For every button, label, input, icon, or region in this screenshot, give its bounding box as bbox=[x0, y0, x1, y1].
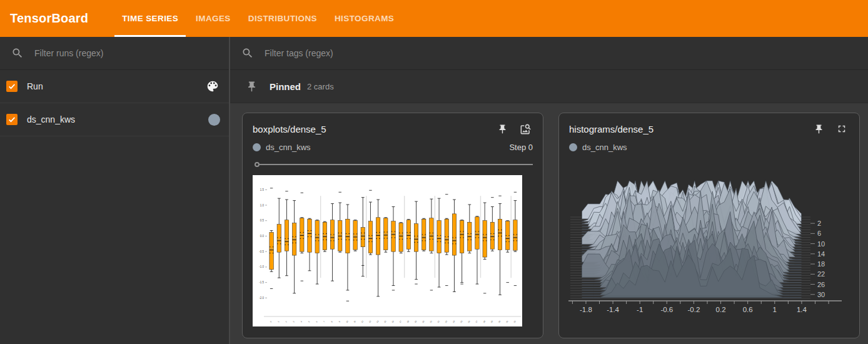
tab-distributions[interactable]: DISTRIBUTIONS bbox=[241, 0, 325, 37]
svg-text:-1.5: -1.5 bbox=[259, 281, 264, 284]
step-slider-knob[interactable] bbox=[255, 162, 260, 167]
svg-text:18: 18 bbox=[406, 320, 410, 323]
top-app-bar: TensorBoard TIME SERIES IMAGES DISTRIBUT… bbox=[0, 0, 868, 37]
boxplot-chart: 1.51.00.50.0-0.5-1.0-1.5-2.0012345678910… bbox=[253, 175, 522, 326]
card-title: histograms/dense_5 bbox=[569, 124, 803, 134]
pin-icon bbox=[497, 124, 508, 134]
unpin-button[interactable] bbox=[811, 121, 826, 136]
run-color-dot bbox=[569, 143, 577, 151]
svg-text:1: 1 bbox=[277, 320, 280, 323]
svg-text:4: 4 bbox=[300, 320, 303, 323]
svg-text:16: 16 bbox=[391, 320, 395, 323]
svg-text:0.6: 0.6 bbox=[743, 306, 753, 313]
card-histograms-dense-5: histograms/dense_5 ds_cnn_kws 2610141 bbox=[558, 113, 860, 338]
step-slider bbox=[253, 160, 533, 169]
image-search-button[interactable] bbox=[518, 121, 533, 136]
unpin-button[interactable] bbox=[495, 121, 510, 136]
svg-text:22: 22 bbox=[817, 270, 825, 278]
run-color-dot bbox=[253, 143, 261, 151]
run-name: ds_cnn_kws bbox=[582, 143, 849, 152]
svg-text:17: 17 bbox=[399, 320, 402, 323]
svg-text:0.5: 0.5 bbox=[260, 219, 265, 222]
svg-text:6: 6 bbox=[817, 230, 821, 237]
svg-text:-0.5: -0.5 bbox=[259, 250, 264, 253]
svg-text:21: 21 bbox=[429, 320, 432, 323]
svg-text:-1.8: -1.8 bbox=[580, 306, 592, 313]
svg-text:10: 10 bbox=[817, 240, 825, 248]
tab-time-series[interactable]: TIME SERIES bbox=[114, 0, 186, 37]
run-row-run[interactable]: Run bbox=[0, 70, 229, 103]
svg-text:-1.4: -1.4 bbox=[607, 306, 619, 313]
svg-text:5: 5 bbox=[308, 320, 310, 323]
run-row-ds-cnn-kws[interactable]: ds_cnn_kws bbox=[0, 103, 229, 136]
image-search-icon bbox=[520, 123, 532, 135]
svg-text:10: 10 bbox=[345, 320, 348, 323]
run-label: ds_cnn_kws bbox=[27, 114, 208, 124]
step-slider-track[interactable] bbox=[260, 164, 533, 165]
svg-text:1.0: 1.0 bbox=[260, 204, 265, 207]
svg-text:26: 26 bbox=[467, 320, 470, 323]
pinned-cards-area: boxplots/dense_5 ds_cnn_kws Step 0 bbox=[230, 103, 868, 344]
svg-text:1: 1 bbox=[773, 306, 777, 313]
tab-images[interactable]: IMAGES bbox=[188, 0, 238, 37]
svg-text:27: 27 bbox=[475, 320, 478, 323]
run-name: ds_cnn_kws bbox=[266, 143, 509, 152]
svg-text:-1.0: -1.0 bbox=[259, 265, 264, 268]
tags-filter-row bbox=[230, 37, 868, 70]
run-label: Run bbox=[27, 81, 197, 91]
svg-text:19: 19 bbox=[414, 320, 417, 323]
histogram-chart-area: 26101418222630-1.8-1.4-1-0.6-0.20.20.611… bbox=[559, 179, 859, 323]
app-title: TensorBoard bbox=[0, 0, 88, 37]
svg-text:29: 29 bbox=[490, 320, 493, 323]
svg-text:14: 14 bbox=[376, 320, 379, 323]
main-panel: Pinned 2 cards boxplots/dense_5 bbox=[230, 37, 868, 344]
check-icon bbox=[8, 115, 16, 124]
fullscreen-icon bbox=[836, 123, 847, 134]
fullscreen-button[interactable] bbox=[834, 121, 849, 136]
run-color-swatch bbox=[208, 114, 220, 126]
card-header: histograms/dense_5 bbox=[569, 121, 849, 136]
svg-text:31: 31 bbox=[505, 320, 508, 323]
svg-text:14: 14 bbox=[817, 250, 825, 258]
svg-text:30: 30 bbox=[817, 291, 825, 298]
card-title: boxplots/dense_5 bbox=[253, 124, 487, 134]
pin-icon bbox=[814, 124, 824, 134]
svg-text:1.4: 1.4 bbox=[797, 306, 807, 313]
svg-text:0.2: 0.2 bbox=[716, 306, 726, 313]
svg-text:1.5: 1.5 bbox=[260, 188, 265, 191]
svg-text:18: 18 bbox=[817, 260, 825, 268]
tab-bar: TIME SERIES IMAGES DISTRIBUTIONS HISTOGR… bbox=[114, 0, 404, 37]
run-checkbox[interactable] bbox=[6, 114, 18, 125]
step-label: Step 0 bbox=[509, 143, 533, 152]
pinned-count: 2 cards bbox=[307, 82, 334, 91]
svg-text:0: 0 bbox=[270, 320, 272, 323]
tab-histograms[interactable]: HISTOGRAMS bbox=[327, 0, 401, 37]
card-boxplots-dense-5: boxplots/dense_5 ds_cnn_kws Step 0 bbox=[242, 113, 543, 338]
svg-text:23: 23 bbox=[445, 320, 448, 323]
search-icon bbox=[11, 47, 24, 59]
pin-icon bbox=[246, 81, 258, 93]
palette-icon[interactable] bbox=[205, 79, 220, 94]
svg-text:-0.6: -0.6 bbox=[660, 306, 673, 313]
svg-text:3: 3 bbox=[293, 320, 295, 323]
svg-text:15: 15 bbox=[383, 320, 386, 323]
svg-text:26: 26 bbox=[817, 281, 825, 288]
runs-filter-input[interactable] bbox=[33, 48, 229, 59]
tags-filter-input[interactable] bbox=[263, 48, 868, 59]
svg-text:13: 13 bbox=[368, 320, 371, 323]
svg-text:24: 24 bbox=[452, 320, 455, 323]
svg-text:28: 28 bbox=[483, 320, 486, 323]
pinned-label: Pinned bbox=[270, 81, 301, 92]
svg-text:25: 25 bbox=[460, 320, 463, 323]
svg-text:0.0: 0.0 bbox=[260, 235, 265, 238]
svg-text:-1: -1 bbox=[637, 306, 643, 313]
card-legend: ds_cnn_kws bbox=[569, 143, 849, 152]
svg-text:2: 2 bbox=[285, 320, 287, 323]
svg-text:12: 12 bbox=[361, 320, 364, 323]
svg-text:11: 11 bbox=[353, 320, 356, 323]
svg-text:7: 7 bbox=[323, 320, 325, 323]
svg-text:-2.0: -2.0 bbox=[259, 296, 264, 300]
card-header: boxplots/dense_5 bbox=[253, 121, 533, 136]
histogram-ridgeline-chart[interactable]: 26101418222630-1.8-1.4-1-0.6-0.20.20.611… bbox=[559, 179, 859, 323]
run-checkbox[interactable] bbox=[6, 81, 18, 92]
